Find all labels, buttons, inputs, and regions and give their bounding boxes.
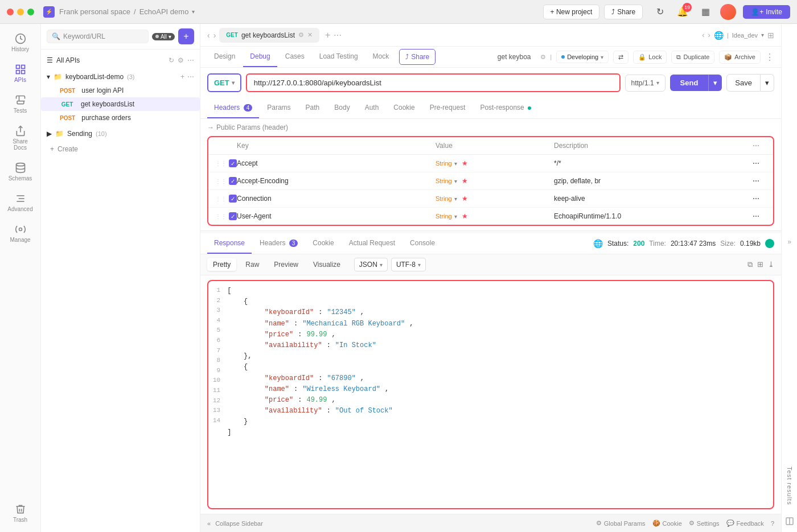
tab-headers[interactable]: Headers 4 [207, 98, 259, 118]
sidebar-item-schemas[interactable]: Schemas [3, 158, 38, 186]
tab-debug[interactable]: Debug [243, 47, 277, 67]
tab-pre-request[interactable]: Pre-request [423, 98, 473, 118]
search-box[interactable]: 🔍 Keyword/URL [47, 30, 149, 43]
format-code-icon[interactable]: ⊞ [757, 260, 763, 269]
sidebar-item-advanced[interactable]: Advanced [3, 188, 38, 217]
tab-path[interactable]: Path [299, 98, 327, 118]
tab-settings-icon[interactable]: ⚙ [298, 31, 304, 39]
sidebar-item-history[interactable]: History [3, 28, 38, 57]
endpoint-settings-icon[interactable]: ⚙ [540, 53, 546, 61]
collapse-right-icon[interactable]: » [787, 24, 791, 460]
tab-body[interactable]: Body [327, 98, 356, 118]
send-button[interactable]: Send [670, 75, 709, 91]
tab-post-response[interactable]: Post-response [473, 98, 538, 118]
resp-tab-cookie[interactable]: Cookie [306, 233, 340, 254]
protocol-select[interactable]: http/1.1 ▾ [625, 75, 665, 92]
format-raw[interactable]: Raw [240, 258, 265, 271]
tab-mock[interactable]: Mock [366, 47, 396, 67]
row-checkbox[interactable]: ✓ [229, 177, 237, 185]
collapse-sidebar-icon[interactable]: « [207, 520, 211, 527]
help-icon[interactable]: ? [771, 520, 774, 527]
maximize-button[interactable] [27, 9, 34, 15]
settings-button[interactable]: ⚙ Settings [689, 519, 720, 527]
project-chevron-icon[interactable]: ▾ [192, 9, 195, 15]
share-tab-button[interactable]: ⤴ Share [399, 49, 436, 65]
sidebar-item-share-docs[interactable]: Share Docs [3, 121, 38, 155]
encoding-select[interactable]: UTF-8 ▾ [391, 258, 426, 271]
settings-small-icon[interactable]: ⚙ [178, 56, 184, 64]
drag-handle[interactable]: ⋮⋮ [215, 160, 227, 167]
row-checkbox[interactable]: ✓ [229, 195, 237, 203]
type-chevron-icon[interactable]: ▾ [454, 178, 457, 184]
refresh-small-icon[interactable]: ↻ [169, 56, 174, 64]
tab-load-testing[interactable]: Load Testing [313, 47, 365, 67]
tab-cookie[interactable]: Cookie [387, 98, 421, 118]
tab-design[interactable]: Design [207, 47, 242, 67]
global-params-button[interactable]: ⚙ Global Params [596, 519, 646, 527]
invite-button[interactable]: 👤+ Invite [743, 5, 790, 19]
row-checkbox[interactable]: ✓ [229, 159, 237, 167]
sidebar-item-apis[interactable]: APIs [3, 59, 38, 88]
url-input[interactable] [246, 73, 621, 92]
drag-handle[interactable]: ⋮⋮ [215, 196, 227, 202]
endpoint-next-icon[interactable]: › [708, 31, 710, 39]
share-button[interactable]: ⤴ Share [604, 5, 643, 19]
resp-tab-console[interactable]: Console [403, 233, 442, 254]
resp-tab-response[interactable]: Response [207, 233, 252, 254]
resp-tab-actual-request[interactable]: Actual Request [342, 233, 402, 254]
save-button[interactable]: Save [726, 74, 761, 92]
format-pretty[interactable]: Pretty [207, 258, 236, 271]
type-chevron-icon[interactable]: ▾ [454, 160, 457, 167]
notification-icon[interactable]: 🔔 19 [675, 4, 691, 20]
idea-dev-chevron-icon[interactable]: ▾ [761, 32, 764, 38]
avatar[interactable] [720, 4, 736, 20]
filter-all-badge[interactable]: All ▾ [152, 33, 175, 40]
format-json-select[interactable]: JSON ▾ [354, 258, 388, 271]
new-project-button[interactable]: + New project [543, 5, 600, 19]
drag-handle[interactable]: ⋮⋮ [215, 178, 227, 184]
tab-more-icon[interactable]: ⋯ [334, 31, 342, 40]
row-more[interactable]: ⋯ [753, 212, 766, 220]
tab-next-icon[interactable]: › [213, 31, 216, 40]
lock-button[interactable]: 🔒 Lock [633, 51, 667, 64]
archive-button[interactable]: 📦 Archive [719, 51, 761, 64]
add-api-button[interactable]: + [178, 28, 194, 44]
sidebar-item-manage[interactable]: Manage [3, 219, 38, 248]
add-tab-icon[interactable]: + [325, 30, 330, 40]
layout-icon[interactable]: ▦ [697, 4, 713, 20]
row-more[interactable]: ⋯ [753, 159, 766, 167]
row-more[interactable]: ⋯ [753, 195, 766, 203]
api-item-purchase-orders[interactable]: POST purchase orders [41, 111, 200, 125]
row-more[interactable]: ⋯ [753, 177, 766, 185]
row-checkbox[interactable]: ✓ [229, 212, 237, 220]
download-icon[interactable]: ⤓ [768, 260, 774, 269]
format-preview[interactable]: Preview [268, 258, 304, 271]
refresh-icon[interactable]: ↻ [652, 4, 668, 20]
api-item-get-keyboards[interactable]: GET get keyboardsList [41, 97, 200, 111]
footer-cookie-button[interactable]: 🍪 Cookie [652, 519, 682, 527]
format-visualize[interactable]: Visualize [307, 258, 346, 271]
minimize-button[interactable] [17, 9, 24, 15]
add-to-collection-icon[interactable]: + [180, 73, 184, 81]
type-chevron-icon[interactable]: ▾ [454, 213, 457, 220]
drag-handle[interactable]: ⋮⋮ [215, 213, 227, 220]
send-dropdown-button[interactable]: ▾ [708, 75, 722, 91]
sidebar-item-trash[interactable]: Trash [3, 499, 38, 527]
collapse-sidebar-button[interactable]: Collapse Sidebar [215, 520, 263, 527]
type-chevron-icon[interactable]: ▾ [454, 196, 457, 202]
copy-icon[interactable]: ⧉ [747, 260, 753, 269]
layout-toggle-icon[interactable]: ⊞ [767, 31, 774, 40]
create-button[interactable]: + Create [41, 141, 200, 158]
method-select[interactable]: GET ▾ [207, 73, 241, 92]
close-button[interactable] [7, 9, 14, 15]
feedback-button[interactable]: 💬 Feedback [726, 519, 764, 527]
more-icon[interactable]: ⋯ [187, 56, 194, 64]
tab-cases[interactable]: Cases [278, 47, 311, 67]
sending-folder[interactable]: ▶ 📁 Sending (10) [41, 127, 200, 141]
api-item-user-login[interactable]: POST user login API [41, 84, 200, 97]
arrows-icon[interactable]: ⇄ [613, 51, 628, 64]
tab-auth[interactable]: Auth [358, 98, 386, 118]
save-dropdown-button[interactable]: ▾ [761, 74, 774, 92]
resp-tab-headers[interactable]: Headers 3 [253, 233, 305, 254]
all-apis-header[interactable]: ☰ All APIs ↻ ⚙ ⋯ [41, 53, 200, 68]
